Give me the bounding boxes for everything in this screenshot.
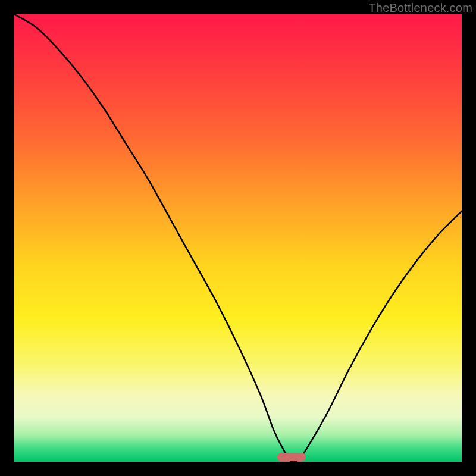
chart-frame: TheBottleneck.com <box>0 0 476 476</box>
optimal-marker <box>277 453 306 461</box>
bottleneck-curve <box>14 14 462 462</box>
plot-area <box>14 14 462 462</box>
watermark-text: TheBottleneck.com <box>368 1 472 15</box>
